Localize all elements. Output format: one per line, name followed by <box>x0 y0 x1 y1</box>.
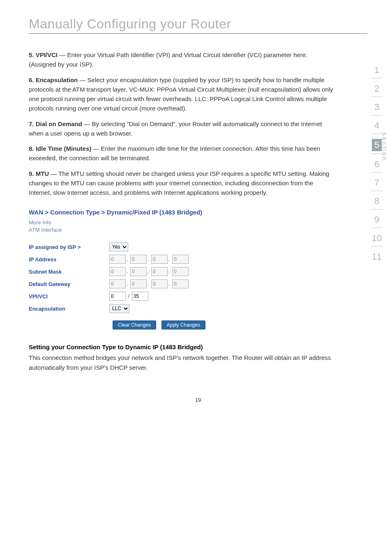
item-term: Dial on Demand <box>36 120 82 127</box>
ip-oct-2[interactable] <box>130 255 147 264</box>
button-row: Clear Changes Apply Changes <box>111 315 367 330</box>
item-number: 7. <box>29 120 34 127</box>
section-num-4: 4 <box>370 117 384 132</box>
section-num-1: 1 <box>370 62 384 76</box>
section-divider <box>371 228 383 228</box>
dot: . <box>147 256 150 262</box>
label-ip-address: IP Address <box>29 253 109 265</box>
item-text: — The MTU setting should never be change… <box>29 170 329 196</box>
section-num-2: 2 <box>370 80 384 95</box>
clear-changes-button[interactable]: Clear Changes <box>113 320 156 330</box>
item-text: — Enter your Virtual Path Identifier (VP… <box>29 51 307 68</box>
item-number: 5. <box>29 51 34 58</box>
subsection-paragraph: This connection method bridges your netw… <box>29 353 367 372</box>
label-default-gateway: Default Gateway <box>29 278 109 290</box>
section-sidebar: section 1 2 3 4 5 6 7 8 9 10 11 <box>370 62 384 263</box>
item-term: Encapsulation <box>36 76 78 83</box>
more-info-line: More Info <box>29 219 367 226</box>
section-num-10: 10 <box>370 230 384 244</box>
more-info-block: More Info ATM Interface <box>29 219 367 233</box>
section-divider <box>371 209 383 210</box>
section-num-7: 7 <box>370 174 384 189</box>
dot: . <box>147 281 150 287</box>
more-info-line: ATM Interface <box>29 226 367 234</box>
mask-oct-3[interactable] <box>151 267 168 276</box>
item-term: Idle Time (Minutes) <box>36 145 92 152</box>
subsection-heading: Setting your Connection Type to Dynamic … <box>29 343 367 350</box>
dot: . <box>126 281 129 287</box>
label-subnet-mask: Subnet Mask <box>29 265 109 278</box>
page-title: Manually Configuring your Router <box>29 16 367 32</box>
mask-oct-1[interactable] <box>109 267 126 276</box>
section-divider <box>371 78 383 78</box>
mask-oct-4[interactable] <box>172 267 189 276</box>
section-num-9: 9 <box>370 211 384 226</box>
dot: . <box>168 269 171 274</box>
label-vpi-vci: VPI/VCI <box>29 290 109 302</box>
dot: . <box>168 256 171 262</box>
mask-oct-2[interactable] <box>130 267 147 276</box>
section-divider <box>371 246 383 247</box>
item-term: MTU <box>36 170 49 177</box>
item-number: 9. <box>29 170 34 177</box>
item-number: 6. <box>29 76 34 83</box>
title-rule <box>29 33 367 34</box>
slash: / <box>127 293 130 299</box>
gw-oct-3[interactable] <box>151 279 168 288</box>
dot: . <box>168 281 171 287</box>
ip-oct-1[interactable] <box>109 255 126 264</box>
instruction-list: 5. VPI/VCI — Enter your Virtual Path Ide… <box>29 50 334 197</box>
vpi-input[interactable] <box>109 292 126 301</box>
item-number: 8. <box>29 145 34 152</box>
encapsulation-select[interactable]: LLC <box>109 304 129 313</box>
section-divider <box>371 191 383 191</box>
item-term: VPI/VCI <box>36 51 58 58</box>
ip-assigned-select[interactable]: Yes <box>109 242 128 251</box>
sidebar-label: section <box>380 132 388 162</box>
gw-oct-1[interactable] <box>109 279 126 288</box>
section-num-11: 11 <box>370 248 384 263</box>
section-divider <box>371 115 383 115</box>
gw-oct-4[interactable] <box>172 279 189 288</box>
wan-form: IP assigned by ISP > Yes IP Address . . … <box>29 241 191 315</box>
dot: . <box>147 269 150 274</box>
wan-section-title: WAN > Connection Type > Dynamic/Fixed IP… <box>29 209 367 216</box>
section-num-8: 8 <box>370 193 384 207</box>
section-divider <box>371 172 383 173</box>
dot: . <box>126 269 129 274</box>
page-number: 19 <box>29 397 367 403</box>
ip-oct-3[interactable] <box>151 255 168 264</box>
section-num-3: 3 <box>370 99 384 113</box>
apply-changes-button[interactable]: Apply Changes <box>161 320 205 330</box>
label-ip-assigned: IP assigned by ISP > <box>29 241 109 253</box>
dot: . <box>126 256 129 262</box>
vci-input[interactable] <box>132 292 148 301</box>
ip-oct-4[interactable] <box>172 255 189 264</box>
gw-oct-2[interactable] <box>130 279 147 288</box>
section-divider <box>371 97 383 97</box>
label-encapsulation: Encapsulation <box>29 302 109 315</box>
